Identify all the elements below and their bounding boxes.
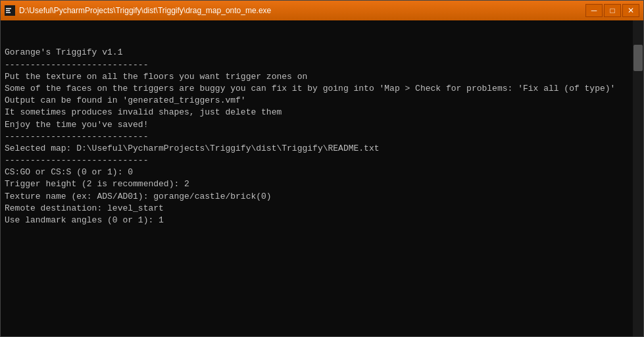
terminal-line: Some of the faces on the triggers are bu… [5, 83, 628, 95]
maximize-button[interactable]: □ [604, 4, 621, 17]
terminal-line: CS:GO or CS:S (0 or 1): 0 [5, 167, 628, 178]
terminal-window: Gorange's Triggify v1.1-----------------… [1, 20, 643, 336]
scrollbar-thumb[interactable] [633, 45, 643, 71]
window-title: D:\Useful\PycharmProjects\Triggify\dist\… [19, 6, 585, 15]
terminal-line: Remote destination: level_start [5, 203, 628, 215]
svg-rect-1 [6, 8, 11, 9]
terminal-content: Gorange's Triggify v1.1-----------------… [5, 47, 639, 226]
scrollbar[interactable] [633, 20, 643, 336]
window-controls: ─ □ ✕ [585, 4, 639, 17]
terminal-line: Selected map: D:\Useful\PycharmProjects\… [5, 143, 628, 155]
terminal-line: Put the texture on all the floors you wa… [5, 71, 628, 83]
terminal-line: ---------------------------- [5, 131, 628, 143]
terminal-line: Texture name (ex: ADS/AD01): gorange/cas… [5, 191, 628, 203]
terminal-line: Enjoy the time you've saved! [5, 119, 628, 131]
svg-rect-3 [6, 12, 11, 13]
app-window: D:\Useful\PycharmProjects\Triggify\dist\… [0, 0, 644, 337]
title-bar: D:\Useful\PycharmProjects\Triggify\dist\… [1, 1, 643, 20]
terminal-line: ---------------------------- [5, 155, 628, 167]
svg-rect-2 [6, 10, 10, 11]
minimize-button[interactable]: ─ [585, 4, 603, 17]
terminal-line: Trigger height (2 is recommended): 2 [5, 178, 628, 190]
terminal-line: It sometimes produces invalid shapes, ju… [5, 107, 628, 118]
app-icon [5, 5, 15, 16]
terminal-line: ---------------------------- [5, 59, 628, 71]
terminal-line: Gorange's Triggify v1.1 [5, 47, 628, 59]
terminal-line: Output can be found in 'generated_trigge… [5, 95, 628, 107]
terminal-line: Use landmark angles (0 or 1): 1 [5, 215, 628, 226]
close-button[interactable]: ✕ [622, 4, 639, 17]
